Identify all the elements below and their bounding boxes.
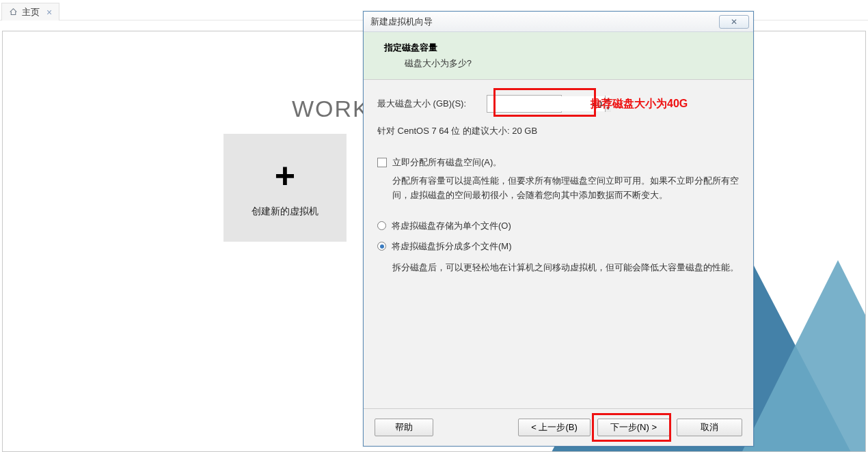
allocate-desc: 分配所有容量可以提高性能，但要求所有物理磁盘空间立即可用。如果不立即分配所有空间… [392,174,740,203]
radio-single-file[interactable]: 将虚拟磁盘存储为单个文件(O) [377,220,740,232]
allocate-now-row[interactable]: 立即分配所有磁盘空间(A)。 [377,156,740,169]
split-desc: 拆分磁盘后，可以更轻松地在计算机之间移动虚拟机，但可能会降低大容量磁盘的性能。 [392,261,740,275]
tab-label: 主页 [22,6,40,18]
radio-split-files-label: 将虚拟磁盘拆分成多个文件(M) [392,240,512,253]
radio-split-files[interactable]: 将虚拟磁盘拆分成多个文件(M) [377,240,740,253]
button-bar: 帮助 < 上一步(B) 下一步(N) > 取消 [364,408,753,446]
home-icon [9,8,18,16]
dialog-content: 最大磁盘大小 (GB)(S): ▲ ▼ 推荐磁盘大小为40G 针对 CentOS… [364,80,753,408]
radio-selected-dot-icon [380,244,384,249]
create-vm-label: 创建新的虚拟机 [252,206,318,218]
suggested-size-text: 针对 CentOS 7 64 位 的建议大小: 20 GB [377,125,740,137]
help-button[interactable]: 帮助 [375,419,433,436]
close-x-icon: ✕ [731,17,737,27]
dialog-close-button[interactable]: ✕ [719,15,749,29]
disk-size-label: 最大磁盘大小 (GB)(S): [377,98,480,110]
header-title: 指定磁盘容量 [384,42,740,54]
allocate-now-checkbox[interactable] [377,158,387,167]
back-button[interactable]: < 上一步(B) [518,419,591,436]
disk-size-input[interactable] [487,96,605,111]
workstation-title: WORK [292,96,370,122]
dialog-title: 新建虚拟机向导 [370,16,719,28]
plus-icon: + [275,158,295,193]
radio-split-files-button[interactable] [377,242,386,251]
tab-home[interactable]: 主页 × [1,3,59,20]
annotation-text: 推荐磁盘大小为40G [591,97,688,111]
cancel-button[interactable]: 取消 [677,419,742,436]
disk-size-input-wrap: ▲ ▼ [487,95,562,113]
close-icon[interactable]: × [46,7,52,18]
allocate-now-label: 立即分配所有磁盘空间(A)。 [392,156,502,169]
create-vm-tile[interactable]: + 创建新的虚拟机 [223,134,347,242]
radio-single-file-button[interactable] [377,221,386,230]
next-button[interactable]: 下一步(N) > [597,419,670,436]
radio-single-file-label: 将虚拟磁盘存储为单个文件(O) [392,220,511,232]
header-subtitle: 磁盘大小为多少? [405,58,740,70]
wizard-dialog: 新建虚拟机向导 ✕ 指定磁盘容量 磁盘大小为多少? 最大磁盘大小 (GB)(S)… [363,11,754,447]
header-panel: 指定磁盘容量 磁盘大小为多少? [364,32,753,80]
disk-size-row: 最大磁盘大小 (GB)(S): ▲ ▼ 推荐磁盘大小为40G [377,95,740,113]
titlebar: 新建虚拟机向导 ✕ [364,12,753,32]
